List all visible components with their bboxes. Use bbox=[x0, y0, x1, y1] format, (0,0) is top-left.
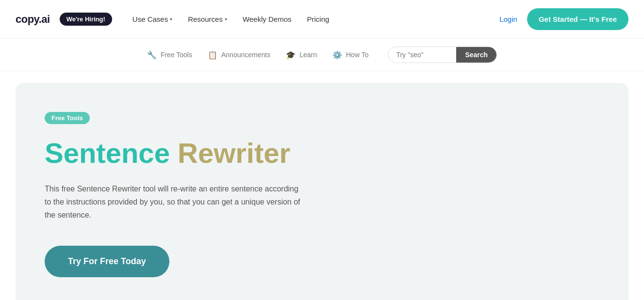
page-description: This free Sentence Rewriter tool will re… bbox=[45, 182, 307, 222]
announcements-icon: 📋 bbox=[208, 50, 217, 60]
chevron-down-icon: ▾ bbox=[170, 16, 172, 22]
hiring-badge[interactable]: We're Hiring! bbox=[60, 13, 112, 26]
logo-text: copy.ai bbox=[16, 13, 50, 25]
try-free-button[interactable]: Try For Free Today bbox=[45, 246, 169, 277]
search-input[interactable] bbox=[388, 47, 456, 63]
free-tools-badge[interactable]: Free Tools bbox=[45, 112, 90, 124]
learn-icon: 🎓 bbox=[286, 50, 296, 60]
tools-icon: 🔧 bbox=[147, 50, 157, 60]
nav-pricing[interactable]: Pricing bbox=[300, 11, 336, 27]
nav-right: Login Get Started — It's Free bbox=[497, 8, 628, 30]
page-title: Sentence Rewriter bbox=[45, 138, 599, 169]
secondary-nav: 🔧 Free Tools 📋 Announcements 🎓 Learn ⚙️ … bbox=[0, 39, 644, 71]
nav-weekly-demos[interactable]: Weekly Demos bbox=[236, 11, 298, 27]
sec-nav-how-to[interactable]: ⚙️ How To bbox=[332, 50, 368, 60]
sec-nav-announcements[interactable]: 📋 Announcements bbox=[208, 50, 270, 60]
sec-nav-free-tools[interactable]: 🔧 Free Tools bbox=[147, 50, 192, 60]
login-button[interactable]: Login bbox=[497, 11, 519, 27]
search-bar: Search bbox=[388, 47, 497, 63]
nav-resources[interactable]: Resources ▾ bbox=[181, 11, 234, 27]
navbar: copy.ai We're Hiring! Use Cases ▾ Resour… bbox=[0, 0, 644, 39]
title-word-rewriter: Rewriter bbox=[178, 137, 290, 169]
logo[interactable]: copy.ai bbox=[16, 13, 50, 26]
chevron-down-icon: ▾ bbox=[225, 16, 227, 22]
sec-nav-learn[interactable]: 🎓 Learn bbox=[286, 50, 317, 60]
get-started-button[interactable]: Get Started — It's Free bbox=[527, 8, 628, 30]
nav-links: Use Cases ▾ Resources ▾ Weekly Demos Pri… bbox=[126, 11, 492, 27]
nav-use-cases[interactable]: Use Cases ▾ bbox=[126, 11, 179, 27]
howto-icon: ⚙️ bbox=[332, 50, 342, 60]
search-button[interactable]: Search bbox=[456, 47, 496, 63]
hero-section: Free Tools Sentence Rewriter This free S… bbox=[16, 83, 628, 300]
title-word-sentence: Sentence bbox=[45, 137, 170, 169]
